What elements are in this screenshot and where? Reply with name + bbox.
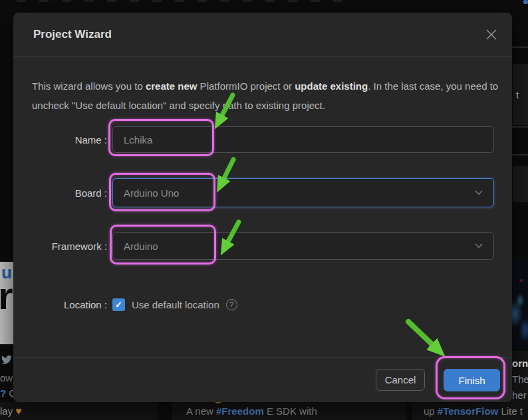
background-divider (512, 154, 528, 156)
name-label: Name : (13, 134, 107, 146)
chevron-down-icon (475, 190, 483, 195)
project-wizard-dialog: Project Wizard This wizard allows you to… (13, 13, 512, 402)
background-divider (512, 47, 528, 48)
background-image-letter-r: r (0, 279, 13, 312)
board-select[interactable]: Arduino Uno (112, 178, 494, 207)
framework-label: Framework : (13, 241, 107, 252)
location-label: Location : (13, 299, 107, 310)
dialog-header: Project Wizard (13, 13, 512, 56)
freedom-hashtag-link[interactable]: #Freedom (216, 405, 264, 417)
dialog-title: Project Wizard (33, 28, 112, 41)
cancel-button[interactable]: Cancel (376, 369, 425, 391)
background-text-fragment: her (512, 389, 527, 401)
framework-select[interactable]: Arduino (112, 232, 494, 260)
background-photo-fragment (512, 261, 528, 348)
help-icon[interactable]: ? (226, 299, 237, 310)
close-icon[interactable] (485, 29, 497, 41)
tensorflow-hashtag-link[interactable]: #TensorFlow (438, 405, 498, 417)
background-text-fragment: orn (512, 358, 528, 369)
board-label: Board : (13, 187, 107, 199)
background-top-cropped-text (17, 0, 349, 2)
footer-divider (13, 357, 512, 358)
background-card-fragment (513, 166, 528, 202)
background-divider (512, 126, 528, 128)
background-text-fragment: t (516, 89, 519, 100)
twitter-icon (1, 355, 13, 365)
use-default-location-label: Use default location (132, 299, 219, 310)
background-tweet-card-right: up #TensorFlow Lite t (412, 402, 528, 420)
background-card-fragment (513, 64, 528, 125)
framework-select-value: Arduino (124, 241, 158, 252)
use-default-location-checkbox[interactable]: ✓ (112, 298, 125, 311)
project-name-input[interactable] (112, 126, 494, 153)
background-text-fragment: ow (0, 372, 13, 383)
background-blue-accent (523, 0, 528, 4)
background-text-fragment: The (512, 373, 528, 385)
background-tweet-card-middle: A new #Freedom E SDK with (172, 402, 406, 420)
finish-button[interactable]: Finish (444, 369, 500, 391)
background-link-fragment[interactable]: ? (0, 387, 6, 399)
heart-icon: ♥ (15, 405, 22, 417)
background-left-image: u r (0, 262, 13, 344)
board-select-value: Arduino Uno (124, 187, 179, 199)
background-tweet-card-left: lay ♥ (0, 402, 158, 420)
check-icon: ✓ (115, 300, 122, 310)
chevron-down-icon (475, 243, 483, 249)
wizard-description: This wizard allows you to create new Pla… (32, 76, 499, 115)
